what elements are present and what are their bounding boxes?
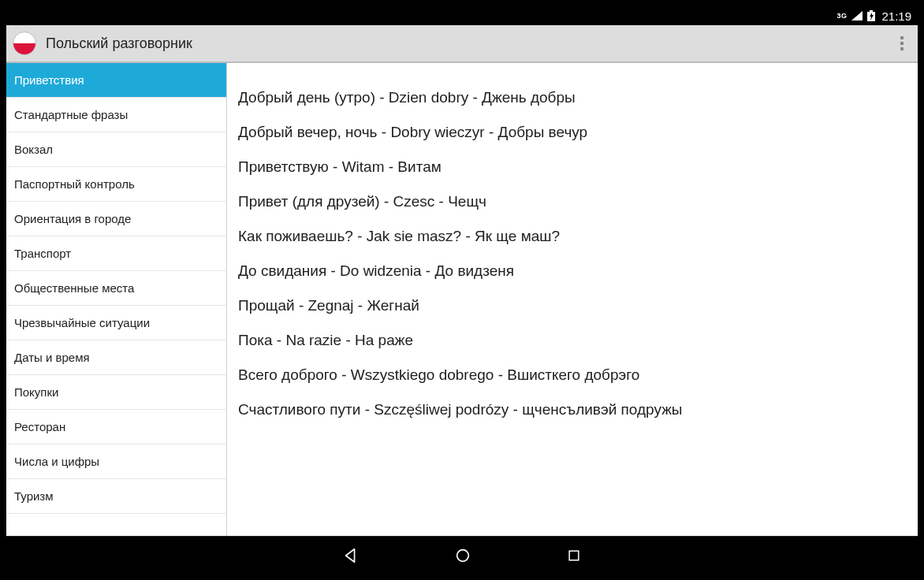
phrase-row[interactable]: Всего доброго - Wszystkiego dobrego - Вш…: [238, 358, 910, 392]
phrase-row[interactable]: Приветствую - Witam - Витам: [238, 150, 910, 184]
svg-marker-0: [851, 11, 863, 20]
back-button[interactable]: [342, 547, 360, 564]
signal-icon: [851, 11, 863, 20]
sidebar-item[interactable]: Транспорт: [6, 236, 226, 271]
phrase-row[interactable]: Привет (для друзей) - Czesc - Чещч: [238, 184, 910, 219]
app-bar: Польский разговорник: [6, 25, 918, 63]
sidebar-item[interactable]: Общественные места: [6, 271, 226, 306]
phrase-row[interactable]: Добрый вечер, ночь - Dobry wieczyr - Доб…: [238, 115, 910, 150]
svg-rect-5: [569, 551, 579, 560]
sidebar-item[interactable]: Ориентация в городе: [6, 202, 226, 236]
sidebar-item[interactable]: Вокзал: [6, 132, 226, 167]
home-button[interactable]: [454, 547, 471, 564]
phrase-row[interactable]: Добрый день (утро) - Dzien dobry - Джень…: [238, 80, 910, 115]
sidebar-item[interactable]: Стандартные фразы: [6, 98, 226, 132]
sidebar-item[interactable]: Приветствия: [6, 63, 226, 98]
app-icon: [13, 32, 36, 55]
app-title: Польский разговорник: [46, 35, 892, 52]
svg-point-4: [457, 549, 469, 561]
sidebar-item[interactable]: Покупки: [6, 375, 226, 410]
phrase-row[interactable]: Пока - Na razie - На раже: [238, 323, 910, 358]
phrase-row[interactable]: Прощай - Zegnaj - Жегнай: [238, 288, 910, 323]
sidebar-item[interactable]: Чрезвычайные ситуации: [6, 306, 226, 340]
sidebar-item[interactable]: Туризм: [6, 479, 226, 514]
content-area: ПриветствияСтандартные фразыВокзалПаспор…: [6, 63, 918, 536]
recents-button[interactable]: [566, 548, 582, 563]
overflow-menu-button[interactable]: [892, 34, 911, 53]
main-content: Добрый день (утро) - Dzien dobry - Джень…: [227, 63, 918, 536]
clock: 21:19: [881, 9, 911, 23]
network-label: 3G: [836, 12, 847, 20]
sidebar-item[interactable]: Ресторан: [6, 410, 226, 444]
phrase-row[interactable]: Как поживаешь? - Jak sie masz? - Як ще м…: [238, 219, 910, 254]
sidebar-item[interactable]: Числа и цифры: [6, 444, 226, 479]
sidebar-item[interactable]: Даты и время: [6, 340, 226, 375]
svg-rect-2: [870, 10, 873, 12]
sidebar: ПриветствияСтандартные фразыВокзалПаспор…: [6, 63, 227, 536]
phrase-row[interactable]: Счастливого пути - Szczęśliwej podrózy -…: [238, 392, 910, 427]
sidebar-item[interactable]: Паспортный контроль: [6, 167, 226, 202]
phrase-row[interactable]: До свидания - Do widzenia - До видзеня: [238, 254, 910, 288]
system-nav-bar: [6, 536, 918, 574]
status-bar: 3G 21:19: [6, 6, 918, 25]
battery-charging-icon: [867, 10, 875, 21]
device-frame: 3G 21:19 Польский разговорник Приветстви…: [6, 6, 918, 574]
